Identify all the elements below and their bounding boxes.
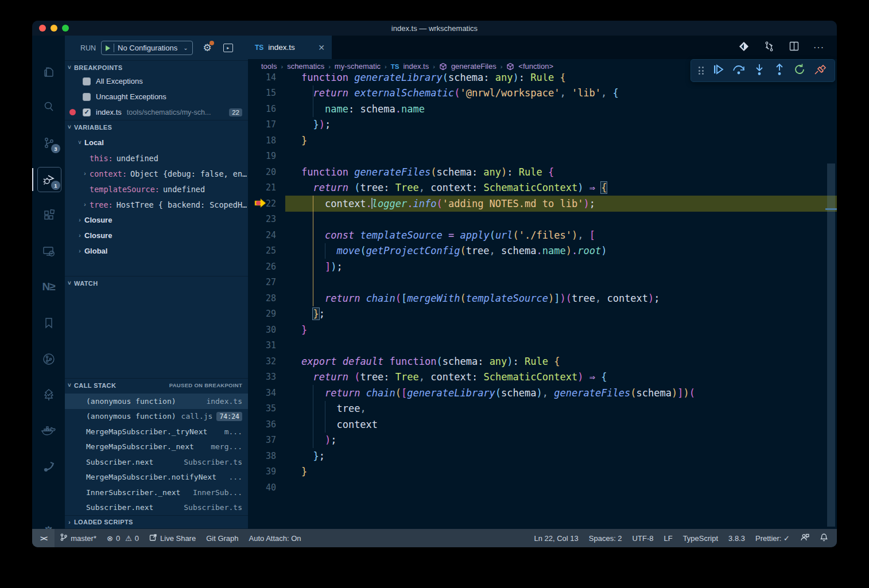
notifications-item[interactable] — [814, 529, 833, 547]
breakpoint-checkbox[interactable] — [83, 77, 91, 85]
code-line[interactable]: 18} — [248, 133, 837, 149]
breadcrumb-item[interactable]: schematics — [287, 62, 324, 71]
test-explorer-icon[interactable] — [32, 381, 65, 408]
loaded-scripts-section-header[interactable]: › LOADED SCRIPTS — [65, 515, 248, 529]
code-line[interactable]: 25 move(getProjectConfig(tree, schema.na… — [248, 243, 837, 259]
more-actions-icon[interactable]: ··· — [813, 42, 824, 53]
line-number[interactable]: 39 — [248, 466, 285, 477]
code-line[interactable]: 29 }; — [248, 306, 837, 322]
bookmarks-icon[interactable] — [32, 309, 65, 337]
code-line[interactable]: 32export default function(schema: any): … — [248, 353, 837, 369]
code-line[interactable]: 38 }; — [248, 448, 837, 464]
code-line[interactable]: 21 return (tree: Tree, context: Schemati… — [248, 180, 837, 196]
problems-item[interactable]: ⊗ 0 ⚠ 0 — [102, 529, 144, 547]
open-changes-icon[interactable] — [738, 41, 750, 54]
variable-row[interactable]: this:undefined — [65, 150, 248, 166]
close-window-button[interactable] — [39, 25, 46, 32]
line-number[interactable]: 37 — [248, 435, 285, 445]
line-number[interactable]: 21 — [248, 182, 285, 193]
explorer-icon[interactable] — [32, 59, 65, 86]
code-line[interactable]: 26 ]); — [248, 259, 837, 275]
breadcrumb-item[interactable]: index.ts — [403, 62, 429, 71]
line-number[interactable]: 36 — [248, 419, 285, 430]
call-stack-section-header[interactable]: ˅ CALL STACK PAUSED ON BREAKPOINT — [65, 378, 248, 392]
breakpoint-row[interactable]: Uncaught Exceptions — [65, 89, 248, 104]
call-stack-frame[interactable]: MergeMapSubscriber._tryNextm... — [65, 424, 248, 439]
code-line[interactable]: 19 — [248, 149, 837, 165]
editor-scrollbar[interactable] — [825, 73, 837, 529]
step-out-icon[interactable] — [773, 63, 786, 78]
line-number[interactable]: 14 — [248, 73, 285, 83]
scrollbar-slider[interactable] — [827, 163, 835, 527]
prettier-item[interactable]: Prettier: ✓ — [750, 529, 795, 547]
remote-explorer-icon[interactable] — [32, 237, 65, 265]
git-history-icon[interactable] — [32, 345, 65, 373]
line-number[interactable]: 35 — [248, 403, 285, 414]
call-stack-frame[interactable]: MergeMapSubscriber.notifyNext... — [65, 470, 248, 485]
line-number[interactable]: 30 — [248, 325, 285, 335]
code-line[interactable]: 34 return chain([generateLibrary(schema)… — [248, 385, 837, 401]
eol-item[interactable]: LF — [658, 529, 677, 547]
code-line[interactable]: 36 context — [248, 416, 837, 433]
breakpoint-checkbox[interactable] — [83, 93, 91, 101]
compare-changes-icon[interactable] — [763, 41, 775, 54]
nx-console-icon[interactable]: N≥ — [32, 273, 65, 301]
code-line[interactable]: 40 — [248, 480, 837, 496]
line-number[interactable]: 29 — [248, 309, 285, 319]
code-editor[interactable]: 14function generateLibrary(schema: any):… — [248, 73, 837, 529]
breakpoint-checkbox[interactable]: ✓ — [83, 108, 91, 116]
line-number[interactable]: 26 — [248, 262, 285, 272]
call-stack-frame[interactable]: Subscriber.nextSubscriber.ts — [65, 454, 248, 470]
breakpoints-section-header[interactable]: ˅ BREAKPOINTS — [65, 60, 248, 74]
code-line[interactable]: 22 context.logger.info('adding NOTES.md … — [248, 196, 837, 212]
toolbar-drag-handle[interactable] — [699, 67, 705, 75]
step-into-icon[interactable] — [753, 63, 766, 78]
current-breakpoint-arrow-icon[interactable] — [254, 198, 267, 208]
code-line[interactable]: 35 tree, — [248, 401, 837, 417]
auto-attach-item[interactable]: Auto Attach: On — [244, 529, 307, 547]
line-number[interactable]: 24 — [248, 230, 285, 240]
line-number[interactable]: 18 — [248, 135, 285, 146]
code-line[interactable]: 28 return chain([mergeWith(templateSourc… — [248, 290, 837, 306]
split-editor-icon[interactable] — [789, 41, 800, 54]
call-stack-frame[interactable]: Subscriber.nextSubscriber.ts — [65, 500, 248, 516]
variables-section-header[interactable]: ˅ VARIABLES — [65, 120, 248, 134]
call-stack-frame[interactable]: (anonymous function)call.js74:24 — [65, 409, 248, 425]
variable-row[interactable]: ˅Local — [65, 135, 248, 150]
breadcrumb-item[interactable]: my-schematic — [335, 62, 381, 71]
cursor-position-item[interactable]: Ln 22, Col 13 — [529, 529, 583, 547]
line-number[interactable]: 17 — [248, 119, 285, 130]
line-number[interactable]: 28 — [248, 293, 285, 303]
variable-row[interactable]: ›tree:HostTree {_backend: ScopedH… — [65, 197, 248, 212]
launch-config-dropdown[interactable]: No Configurations ⌄ — [101, 41, 192, 55]
feedback-item[interactable] — [795, 529, 814, 547]
code-line[interactable]: 33 return (tree: Tree, context: Schemati… — [248, 369, 837, 385]
breadcrumb-item[interactable]: tools — [261, 62, 277, 71]
line-number[interactable]: 23 — [248, 214, 285, 224]
breadcrumb-item[interactable]: <function> — [518, 62, 553, 71]
code-line[interactable]: 20function generateFiles(schema: any): R… — [248, 164, 837, 180]
code-line[interactable]: 17 }); — [248, 117, 837, 133]
line-number[interactable]: 19 — [248, 151, 285, 161]
variable-row[interactable]: ›Closure — [65, 212, 248, 228]
code-line[interactable]: 30} — [248, 322, 837, 338]
variable-row[interactable]: ›Closure — [65, 228, 248, 243]
live-share-item[interactable]: Live Share — [144, 529, 201, 547]
breadcrumb-item[interactable]: generateFiles — [451, 62, 496, 71]
code-line[interactable]: 31 — [248, 338, 837, 354]
encoding-item[interactable]: UTF-8 — [627, 529, 659, 547]
line-number[interactable]: 20 — [248, 167, 285, 177]
code-line[interactable]: 16 name: schema.name — [248, 101, 837, 117]
git-graph-item[interactable]: Git Graph — [201, 529, 243, 547]
line-number[interactable]: 40 — [248, 482, 285, 493]
debug-console-icon[interactable]: ▸ — [223, 44, 233, 52]
code-line[interactable]: 23 — [248, 212, 837, 228]
line-number[interactable]: 38 — [248, 451, 285, 461]
remote-indicator[interactable]: >< — [32, 529, 55, 547]
titlebar[interactable]: index.ts — wrkschematics — [32, 21, 837, 36]
restart-icon[interactable] — [793, 63, 806, 78]
call-stack-frame[interactable]: InnerSubscriber._nextInnerSub... — [65, 485, 248, 500]
minimize-window-button[interactable] — [51, 25, 57, 32]
breakpoint-row[interactable]: All Exceptions — [65, 73, 248, 89]
line-number[interactable]: 31 — [248, 340, 285, 351]
